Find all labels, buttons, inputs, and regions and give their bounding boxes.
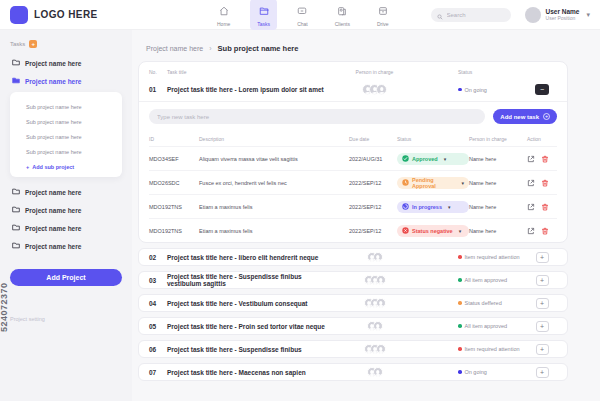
status-dropdown-negative[interactable]: Status negative ▾	[397, 225, 469, 237]
status-dropdown-approved[interactable]: Approved ▾	[397, 153, 469, 165]
subproject-item[interactable]: Sub project name here	[26, 144, 116, 159]
status-dot-icon	[458, 301, 462, 305]
status-dropdown-pending[interactable]: Pending Approval ▾	[397, 177, 469, 189]
delete-task-button[interactable]	[541, 155, 549, 163]
plus-icon: +	[26, 164, 29, 170]
column-due-date: Due date	[349, 136, 397, 142]
subtask-description: Etiam a maximus felis	[199, 204, 349, 210]
search-input[interactable]	[447, 12, 505, 18]
sidebar-project-item[interactable]: Project name here	[10, 219, 122, 237]
external-link-icon	[527, 227, 535, 235]
nav-item-chat[interactable]: Chat	[290, 0, 315, 30]
open-task-button[interactable]	[527, 203, 535, 211]
subtask-due-date: 2022/SEP/12	[349, 204, 397, 210]
expand-task-button[interactable]: +	[536, 321, 549, 332]
open-task-button[interactable]	[527, 227, 535, 235]
avatar-group	[367, 252, 383, 262]
column-action: Action	[527, 136, 557, 142]
expand-task-button[interactable]: +	[536, 344, 549, 355]
expand-task-button[interactable]: +	[536, 298, 549, 309]
task-number: 04	[149, 300, 167, 307]
task-title: Project task title here - libero elit he…	[167, 254, 327, 261]
column-status: Status	[397, 136, 469, 142]
breadcrumb-separator-icon: ›	[209, 45, 211, 52]
task-number: 05	[149, 323, 167, 330]
task-table-header: No. Task title Person in charge Status	[149, 62, 557, 78]
sidebar-project-item-active[interactable]: Project name here	[10, 72, 122, 90]
add-subproject-link[interactable]: + Add sub project	[26, 159, 116, 170]
x-circle-icon	[402, 227, 409, 234]
status-dot-icon	[458, 324, 462, 328]
chat-icon	[297, 2, 307, 20]
tasks-badge: +	[29, 40, 37, 48]
open-task-button[interactable]	[527, 179, 535, 187]
nav-item-clients[interactable]: Clients	[328, 0, 357, 30]
trash-icon	[541, 227, 549, 235]
sidebar-project-item[interactable]: Project name here	[10, 237, 122, 255]
main-content: Project name here › Sub project name her…	[132, 30, 600, 401]
home-icon	[219, 2, 229, 20]
sidebar-project-item[interactable]: Project name here	[10, 201, 122, 219]
subtask-person: Name here	[469, 180, 527, 186]
add-subproject-label: Add sub project	[32, 164, 74, 170]
task-status: All item approved	[422, 323, 527, 329]
trash-icon	[541, 179, 549, 187]
nav-item-tasks[interactable]: Tasks	[250, 0, 277, 30]
subproject-item[interactable]: Sub project name here	[26, 114, 116, 129]
expand-task-button[interactable]: +	[536, 275, 549, 286]
delete-task-button[interactable]	[541, 227, 549, 235]
folder-icon	[12, 188, 20, 196]
nav-item-drive[interactable]: Drive	[370, 0, 396, 30]
subproject-item[interactable]: Sub project name here	[26, 129, 116, 144]
task-title: Project task title here - Vestibulum con…	[167, 300, 327, 307]
project-label: Project name here	[25, 225, 81, 232]
avatar	[376, 344, 386, 354]
add-project-button[interactable]: Add Project	[10, 269, 122, 286]
user-menu[interactable]: User Name User Position ▾	[525, 7, 590, 23]
chevron-down-icon: ▾	[459, 228, 462, 234]
project-setting-link[interactable]: Project setting	[10, 316, 122, 322]
nav-item-home[interactable]: Home	[210, 0, 237, 30]
folder-icon	[259, 2, 269, 20]
subtask-id: MDO26SDC	[149, 180, 199, 186]
column-task-title: Task title	[167, 69, 327, 75]
delete-task-button[interactable]	[541, 179, 549, 187]
delete-task-button[interactable]	[541, 203, 549, 211]
breadcrumb-parent[interactable]: Project name here	[146, 45, 203, 52]
search-icon	[437, 6, 443, 24]
project-label: Project name here	[25, 207, 81, 214]
status-dot-icon	[458, 347, 462, 351]
collapse-task-button[interactable]: −	[535, 84, 549, 95]
sidebar-project-item[interactable]: Project name here	[10, 183, 122, 201]
task-number: 07	[149, 369, 167, 376]
status-label: All item approved	[465, 277, 508, 283]
subtask-id: MDO192TNS	[149, 228, 199, 234]
subproject-item[interactable]: Sub project name here	[26, 99, 116, 114]
status-label: Item required attention	[465, 346, 520, 352]
folder-icon	[12, 242, 20, 250]
open-task-button[interactable]	[527, 155, 535, 163]
status-label: Status deffered	[465, 300, 502, 306]
expand-task-button[interactable]: +	[536, 252, 549, 263]
subtask-person: Name here	[469, 228, 527, 234]
sidebar-project-item[interactable]: Project name here	[10, 54, 122, 72]
status-label: In progress	[412, 204, 442, 210]
project-label: Project name here	[25, 243, 81, 250]
avatar	[373, 252, 383, 262]
chevron-down-icon[interactable]: ▾	[586, 11, 590, 19]
task-row-03: 03 Project task title here - Suspendisse…	[138, 271, 568, 289]
avatar	[376, 84, 387, 95]
status-dropdown-in-progress[interactable]: In progress ▾	[397, 201, 469, 213]
subtask-row: MDO192TNS Etiam a maximus felis 2022/SEP…	[149, 218, 557, 242]
external-link-icon	[527, 155, 535, 163]
new-task-input[interactable]	[149, 109, 485, 124]
subproject-panel: Sub project name here Sub project name h…	[10, 92, 122, 177]
breadcrumb-current: Sub project name here	[218, 44, 299, 53]
add-new-task-button[interactable]: Add new task +	[493, 109, 557, 124]
column-id: ID	[149, 136, 199, 142]
folder-icon	[12, 77, 20, 85]
task-row-07: 07 Project task title here - Maecenas no…	[138, 363, 568, 381]
expand-task-button[interactable]: +	[536, 367, 549, 378]
subtask-row: MDO192TNS Etiam a maximus felis 2022/SEP…	[149, 194, 557, 218]
chevron-down-icon: ▾	[461, 180, 464, 186]
